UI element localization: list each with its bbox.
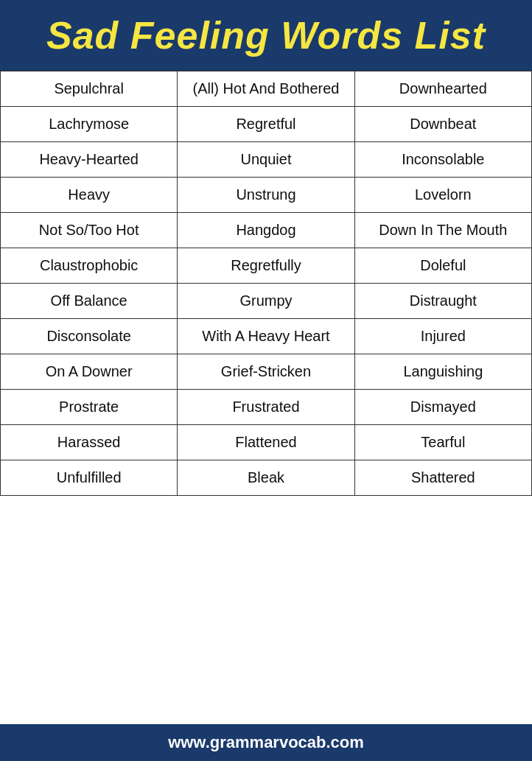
table-cell: Downhearted — [354, 71, 531, 107]
table-cell: (All) Hot And Bothered — [178, 71, 354, 107]
table-cell: With A Heavy Heart — [178, 319, 354, 354]
page-header: Sad Feeling Words List — [0, 0, 532, 71]
table-cell: Languishing — [354, 354, 531, 390]
table-row: Not So/Too HotHangdogDown In The Mouth — [1, 213, 532, 248]
page-title: Sad Feeling Words List — [7, 13, 525, 57]
table-cell: Heavy — [1, 178, 178, 213]
table-cell: Downbeat — [354, 107, 531, 142]
table-container: Sepulchral(All) Hot And BotheredDownhear… — [0, 71, 532, 724]
table-cell: Claustrophobic — [1, 248, 178, 284]
table-cell: Heavy-Hearted — [1, 142, 178, 178]
table-cell: Dismayed — [354, 390, 531, 425]
table-row: HarassedFlattenedTearful — [1, 425, 532, 460]
table-cell: Hangdog — [178, 213, 354, 248]
table-cell: Not So/Too Hot — [1, 213, 178, 248]
table-row: HeavyUnstrungLovelorn — [1, 178, 532, 213]
table-cell: Prostrate — [1, 390, 178, 425]
table-cell: Flattened — [178, 425, 354, 460]
table-cell: Grief-Stricken — [178, 354, 354, 390]
table-cell: Harassed — [1, 425, 178, 460]
table-row: Off BalanceGrumpyDistraught — [1, 284, 532, 319]
table-cell: Unfulfilled — [1, 460, 178, 496]
table-cell: Lovelorn — [354, 178, 531, 213]
table-row: UnfulfilledBleakShattered — [1, 460, 532, 496]
words-table: Sepulchral(All) Hot And BotheredDownhear… — [0, 71, 532, 496]
table-cell: Shattered — [354, 460, 531, 496]
table-cell: Unquiet — [178, 142, 354, 178]
table-row: DisconsolateWith A Heavy HeartInjured — [1, 319, 532, 354]
table-row: Heavy-HeartedUnquietInconsolable — [1, 142, 532, 178]
table-row: LachrymoseRegretfulDownbeat — [1, 107, 532, 142]
table-row: On A DownerGrief-StrickenLanguishing — [1, 354, 532, 390]
table-cell: Sepulchral — [1, 71, 178, 107]
table-cell: Unstrung — [178, 178, 354, 213]
table-cell: Regretful — [178, 107, 354, 142]
table-cell: Grumpy — [178, 284, 354, 319]
table-cell: Bleak — [178, 460, 354, 496]
footer-url: www.grammarvocab.com — [168, 733, 364, 751]
page-footer: www.grammarvocab.com — [0, 724, 532, 761]
table-cell: Doleful — [354, 248, 531, 284]
table-cell: Injured — [354, 319, 531, 354]
table-cell: Frustrated — [178, 390, 354, 425]
table-cell: Distraught — [354, 284, 531, 319]
table-cell: On A Downer — [1, 354, 178, 390]
table-cell: Off Balance — [1, 284, 178, 319]
table-cell: Disconsolate — [1, 319, 178, 354]
table-row: Sepulchral(All) Hot And BotheredDownhear… — [1, 71, 532, 107]
table-cell: Lachrymose — [1, 107, 178, 142]
table-cell: Down In The Mouth — [354, 213, 531, 248]
table-cell: Tearful — [354, 425, 531, 460]
table-cell: Regretfully — [178, 248, 354, 284]
table-cell: Inconsolable — [354, 142, 531, 178]
table-row: ClaustrophobicRegretfullyDoleful — [1, 248, 532, 284]
table-row: ProstrateFrustratedDismayed — [1, 390, 532, 425]
